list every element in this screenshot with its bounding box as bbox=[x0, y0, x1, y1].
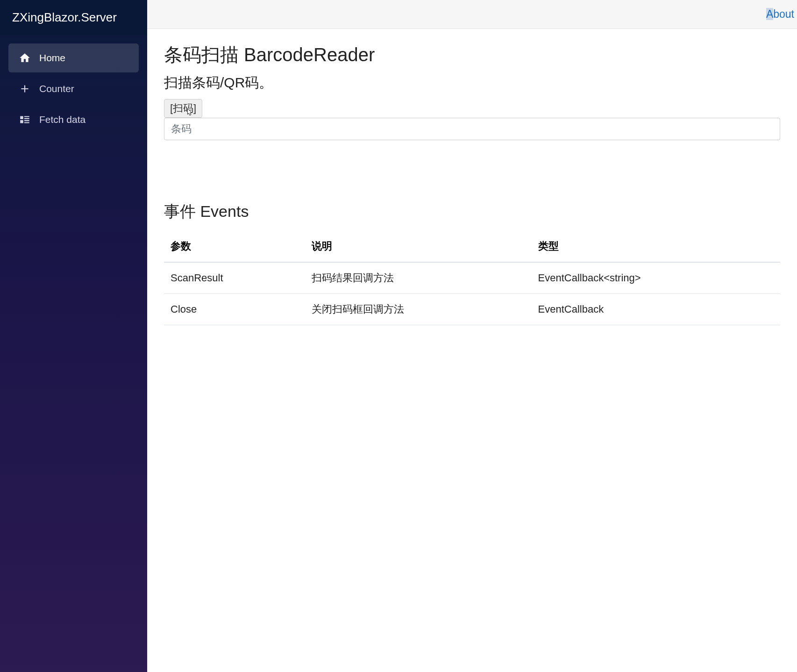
col-type: 类型 bbox=[532, 231, 780, 262]
table-header-row: 参数 说明 类型 bbox=[164, 231, 780, 262]
cell-desc: 关闭扫码框回调方法 bbox=[305, 294, 532, 325]
main: About 条码扫描 BarcodeReader 扫描条码/QR码。 [扫码] … bbox=[147, 0, 797, 672]
events-heading: 事件 Events bbox=[164, 201, 780, 222]
page-title: 条码扫描 BarcodeReader bbox=[164, 42, 780, 68]
cell-desc: 扫码结果回调方法 bbox=[305, 262, 532, 294]
table-row: ScanResult 扫码结果回调方法 EventCallback<string… bbox=[164, 262, 780, 294]
topbar: About bbox=[147, 0, 797, 29]
sidebar-item-counter[interactable]: Counter bbox=[8, 74, 139, 103]
sidebar-item-home[interactable]: Home bbox=[8, 43, 139, 72]
table-row: Close 关闭扫码框回调方法 EventCallback bbox=[164, 294, 780, 325]
cell-type: EventCallback bbox=[532, 294, 780, 325]
cell-param: ScanResult bbox=[164, 262, 305, 294]
content: 条码扫描 BarcodeReader 扫描条码/QR码。 [扫码] 事件 Eve… bbox=[147, 29, 797, 338]
plus-icon bbox=[19, 83, 31, 95]
cell-param: Close bbox=[164, 294, 305, 325]
sidebar-item-label: Counter bbox=[39, 83, 74, 94]
col-desc: 说明 bbox=[305, 231, 532, 262]
sidebar: ZXingBlazor.Server Home Counter Fetch da… bbox=[0, 0, 147, 672]
about-link-rest: bout bbox=[773, 8, 794, 20]
scan-button[interactable]: [扫码] bbox=[164, 99, 202, 118]
sidebar-item-label: Home bbox=[39, 52, 65, 64]
page-subtitle: 扫描条码/QR码。 bbox=[164, 73, 780, 93]
about-link[interactable]: About bbox=[766, 8, 794, 21]
events-section: 事件 Events 参数 说明 类型 ScanResult 扫码结果回调方法 E… bbox=[164, 201, 780, 325]
sidebar-item-fetchdata[interactable]: Fetch data bbox=[8, 105, 139, 134]
barcode-input[interactable] bbox=[164, 118, 780, 140]
app-title: ZXingBlazor.Server bbox=[0, 0, 147, 35]
events-table: 参数 说明 类型 ScanResult 扫码结果回调方法 EventCallba… bbox=[164, 231, 780, 325]
cell-type: EventCallback<string> bbox=[532, 262, 780, 294]
home-icon bbox=[19, 52, 31, 64]
sidebar-item-label: Fetch data bbox=[39, 114, 85, 125]
nav: Home Counter Fetch data bbox=[0, 35, 147, 144]
col-param: 参数 bbox=[164, 231, 305, 262]
list-icon bbox=[19, 114, 31, 126]
